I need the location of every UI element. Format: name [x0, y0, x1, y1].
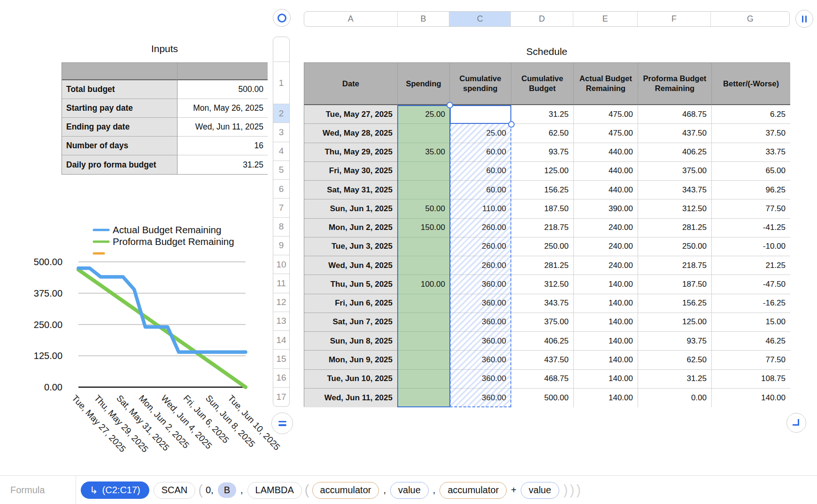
schedule-cell-proforma_budget_remaining[interactable]: 343.75: [638, 181, 712, 199]
schedule-cell-better_worse[interactable]: 37.50: [712, 124, 790, 143]
formula-token-param[interactable]: accumulator: [439, 482, 507, 499]
schedule-cell-actual_budget_remaining[interactable]: 140.00: [574, 370, 638, 389]
column-header-C[interactable]: C: [449, 12, 511, 26]
formula-token-plain[interactable]: 0,: [206, 485, 214, 496]
inputs-row-label[interactable]: Starting pay date: [62, 99, 177, 118]
schedule-cell-proforma_budget_remaining[interactable]: 406.25: [638, 143, 712, 162]
schedule-cell-proforma_budget_remaining[interactable]: 375.00: [638, 162, 712, 181]
schedule-cell-proforma_budget_remaining[interactable]: 187.50: [638, 275, 712, 294]
column-header-F[interactable]: F: [638, 12, 711, 26]
add-column-handle-button[interactable]: [795, 10, 813, 28]
row-header-4[interactable]: 4: [273, 142, 289, 161]
schedule-cell-cumulative_spending[interactable]: 360.00: [450, 370, 511, 389]
formula-expression[interactable]: ↳(C2:C17)SCAN(0,B,LAMBDA(accumulator,val…: [81, 476, 583, 504]
inputs-row-label[interactable]: Total budget: [62, 80, 177, 99]
inputs-row-label[interactable]: Daily pro forma budget: [62, 155, 177, 174]
schedule-cell-cumulative_budget[interactable]: 93.75: [511, 143, 574, 162]
inputs-row-value[interactable]: 31.25: [177, 155, 268, 174]
schedule-cell-better_worse[interactable]: -10.00: [712, 237, 790, 256]
schedule-cell-spending[interactable]: [398, 332, 450, 351]
inputs-row-label[interactable]: Ending pay date: [62, 118, 177, 137]
schedule-cell-cumulative_budget[interactable]: 312.50: [511, 275, 574, 294]
schedule-cell-cumulative_spending[interactable]: 60.00: [450, 143, 511, 162]
schedule-cell-actual_budget_remaining[interactable]: 440.00: [574, 162, 638, 181]
schedule-cell-proforma_budget_remaining[interactable]: 156.25: [638, 294, 712, 313]
schedule-cell-actual_budget_remaining[interactable]: 140.00: [574, 294, 638, 313]
schedule-cell-cumulative_spending[interactable]: 260.00: [450, 256, 511, 275]
schedule-cell-spending[interactable]: [398, 370, 450, 389]
inputs-row-value[interactable]: Wed, Jun 11, 2025: [177, 118, 268, 137]
inputs-row-value[interactable]: Mon, May 26, 2025: [177, 99, 268, 118]
schedule-cell-date[interactable]: Wed, Jun 11, 2025: [304, 389, 398, 407]
schedule-cell-better_worse[interactable]: 46.25: [712, 332, 790, 351]
formula-token-cell[interactable]: B: [218, 482, 236, 498]
schedule-cell-cumulative_spending[interactable]: 360.00: [450, 332, 511, 351]
schedule-cell-date[interactable]: Fri, Jun 6, 2025: [304, 294, 398, 313]
formula-token-plain[interactable]: ,: [383, 485, 386, 496]
formula-token-value[interactable]: value: [521, 482, 559, 499]
row-header-6[interactable]: 6: [273, 180, 289, 199]
schedule-cell-actual_budget_remaining[interactable]: 440.00: [574, 181, 638, 199]
schedule-cell-cumulative_budget[interactable]: 250.00: [511, 237, 574, 256]
formula-token-value[interactable]: value: [390, 482, 429, 499]
schedule-cell-proforma_budget_remaining[interactable]: 125.00: [638, 313, 712, 332]
schedule-cell-better_worse[interactable]: 140.00: [712, 389, 790, 407]
schedule-cell-better_worse[interactable]: -47.50: [712, 275, 790, 294]
schedule-cell-date[interactable]: Mon, Jun 2, 2025: [304, 219, 398, 237]
schedule-cell-spending[interactable]: 50.00: [398, 199, 450, 218]
schedule-cell-actual_budget_remaining[interactable]: 140.00: [574, 332, 638, 351]
schedule-cell-better_worse[interactable]: 65.00: [712, 162, 790, 181]
schedule-cell-proforma_budget_remaining[interactable]: 312.50: [638, 199, 712, 218]
schedule-column-header[interactable]: Better/(-Worse): [712, 63, 790, 105]
column-header-A[interactable]: A: [304, 12, 398, 26]
schedule-cell-date[interactable]: Wed, May 28, 2025: [304, 124, 398, 143]
column-header-bar[interactable]: ABCDEFG: [304, 11, 790, 27]
schedule-cell-actual_budget_remaining[interactable]: 140.00: [574, 313, 638, 332]
schedule-cell-proforma_budget_remaining[interactable]: 250.00: [638, 237, 712, 256]
schedule-cell-cumulative_spending[interactable]: 260.00: [450, 237, 511, 256]
formula-token-range[interactable]: ↳(C2:C17): [81, 481, 149, 499]
schedule-cell-actual_budget_remaining[interactable]: 240.00: [574, 219, 638, 237]
schedule-cell-spending[interactable]: 35.00: [398, 143, 450, 162]
row-header-7[interactable]: 7: [273, 199, 289, 217]
schedule-cell-spending[interactable]: [398, 389, 450, 407]
schedule-cell-cumulative_budget[interactable]: 156.25: [511, 181, 574, 199]
schedule-cell-proforma_budget_remaining[interactable]: 62.50: [638, 351, 712, 369]
schedule-cell-date[interactable]: Sat, May 31, 2025: [304, 181, 398, 199]
table-resize-handle-button[interactable]: [786, 413, 806, 433]
schedule-cell-better_worse[interactable]: 108.75: [712, 370, 790, 389]
schedule-column-header[interactable]: Actual Budget Remaining: [574, 63, 638, 105]
schedule-cell-better_worse[interactable]: 77.50: [712, 199, 790, 218]
formula-token-plain[interactable]: ,: [240, 485, 243, 496]
schedule-cell-date[interactable]: Sat, Jun 7, 2025: [304, 313, 398, 332]
column-header-D[interactable]: D: [511, 12, 573, 26]
schedule-column-header[interactable]: Cumulative spending: [450, 63, 511, 105]
row-header-2[interactable]: 2: [273, 104, 289, 123]
schedule-cell-cumulative_budget[interactable]: 406.25: [511, 332, 574, 351]
schedule-cell-cumulative_budget[interactable]: 468.75: [511, 370, 574, 389]
schedule-cell-better_worse[interactable]: -16.25: [712, 294, 790, 313]
budget-chart[interactable]: 0.00125.00250.00375.00500.00Tue, May 27,…: [40, 224, 303, 468]
column-header-G[interactable]: G: [711, 12, 789, 26]
schedule-column-header[interactable]: Spending: [398, 63, 450, 105]
schedule-cell-better_worse[interactable]: 33.75: [712, 143, 790, 162]
schedule-cell-cumulative_spending[interactable]: 360.00: [450, 294, 511, 313]
schedule-cell-date[interactable]: Tue, May 27, 2025: [304, 105, 398, 124]
schedule-cell-cumulative_budget[interactable]: 31.25: [511, 105, 574, 124]
row-header-5[interactable]: 5: [273, 161, 289, 180]
schedule-cell-actual_budget_remaining[interactable]: 140.00: [574, 351, 638, 369]
schedule-cell-date[interactable]: Thu, Jun 5, 2025: [304, 275, 398, 294]
schedule-cell-spending[interactable]: [398, 351, 450, 369]
schedule-cell-cumulative_budget[interactable]: 343.75: [511, 294, 574, 313]
schedule-cell-cumulative_budget[interactable]: 500.00: [511, 389, 574, 407]
schedule-cell-better_worse[interactable]: 6.25: [712, 105, 790, 124]
schedule-cell-actual_budget_remaining[interactable]: 240.00: [574, 237, 638, 256]
schedule-column-header[interactable]: Proforma Budget Remaining: [638, 63, 712, 105]
schedule-cell-actual_budget_remaining[interactable]: 475.00: [574, 105, 638, 124]
schedule-cell-actual_budget_remaining[interactable]: 140.00: [574, 275, 638, 294]
schedule-cell-spending[interactable]: 150.00: [398, 219, 450, 237]
schedule-cell-cumulative_spending[interactable]: 60.00: [450, 181, 511, 199]
schedule-cell-cumulative_spending[interactable]: 360.00: [450, 351, 511, 369]
schedule-cell-date[interactable]: Fri, May 30, 2025: [304, 162, 398, 181]
schedule-cell-date[interactable]: Tue, Jun 3, 2025: [304, 237, 398, 256]
